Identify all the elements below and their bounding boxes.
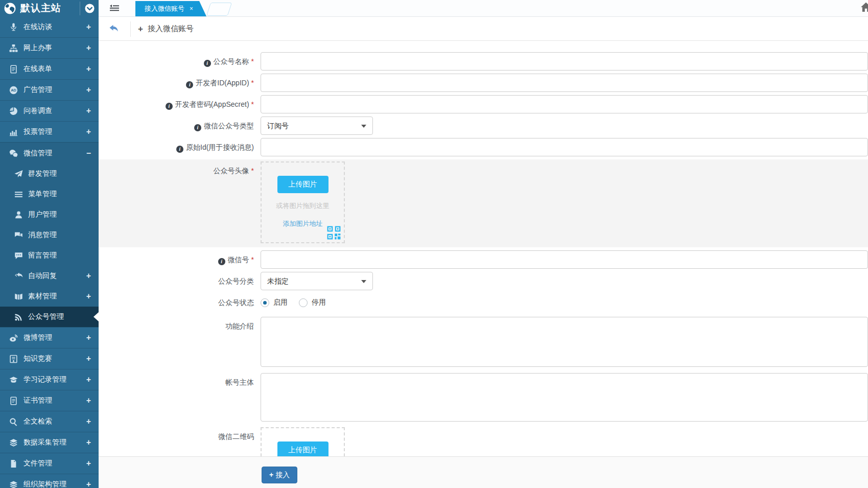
sidebar-item-knowledge-contest[interactable]: 知识竞赛 + — [0, 348, 99, 369]
sidebar-item-label: 在线访谈 — [24, 22, 52, 32]
close-icon[interactable]: × — [190, 5, 193, 12]
home-icon[interactable] — [860, 2, 868, 13]
expand-plus-icon: + — [86, 438, 91, 447]
status-radio-group: 启用 停用 — [261, 293, 337, 312]
app-id-input[interactable] — [261, 74, 868, 92]
sidebar-item-label: 网上办事 — [24, 43, 52, 53]
sidebar-item-file-management[interactable]: 文件管理 + — [0, 453, 99, 474]
certificate-file-icon — [9, 397, 18, 405]
expand-plus-icon: + — [86, 396, 91, 405]
menu-toggle-icon[interactable] — [110, 5, 119, 12]
sidebar-item-data-collection[interactable]: 数据采集管理 + — [0, 432, 99, 453]
account-type-select[interactable]: 订阅号 — [261, 117, 373, 135]
info-icon[interactable]: i — [194, 124, 201, 131]
add-image-url-link[interactable]: 添加图片地址 — [283, 219, 323, 228]
info-icon[interactable]: i — [204, 60, 211, 67]
sidebar-item-comment-management[interactable]: 留言管理 — [0, 245, 99, 266]
pie-chart-icon — [9, 107, 18, 115]
qr-code-icon — [327, 226, 341, 240]
sidebar-item-label: 问卷调查 — [24, 106, 52, 115]
form-file-icon — [9, 65, 18, 74]
form-row-app-id: i开发者ID(AppID)* — [99, 74, 868, 92]
sidebar-item-message-management[interactable]: 消息管理 — [0, 225, 99, 245]
upload-image-button[interactable]: 上传图片 — [277, 176, 329, 193]
sidebar-item-wechat-management[interactable]: 微信管理 − — [0, 143, 99, 164]
sidebar-header: 默认主站 — [0, 0, 99, 16]
expand-plus-icon: + — [86, 417, 91, 426]
connect-submit-button[interactable]: +接入 — [262, 467, 297, 483]
field-label: 功能介绍 — [99, 317, 261, 331]
expand-plus-icon: + — [86, 64, 91, 74]
tab-connect-wechat-account[interactable]: 接入微信账号 × — [135, 1, 206, 16]
sidebar-item-online-interview[interactable]: 在线访谈 + — [0, 16, 99, 37]
sidebar-item-label: 全文检索 — [24, 417, 52, 426]
info-icon[interactable]: i — [218, 258, 225, 265]
sidebar-item-label: 微信管理 — [24, 149, 52, 158]
info-icon[interactable]: i — [166, 103, 173, 110]
sidebar-item-label: 文件管理 — [24, 459, 52, 468]
sidebar-item-online-forms[interactable]: 在线表单 + — [0, 58, 99, 79]
sidebar-item-study-records[interactable]: 学习记录管理 + — [0, 369, 99, 390]
radio-enabled[interactable] — [261, 298, 269, 307]
sidebar-item-ad-management[interactable]: AD 广告管理 + — [0, 79, 99, 100]
radio-disabled[interactable] — [299, 298, 308, 307]
sidebar-item-mass-send[interactable]: 群发管理 — [0, 164, 99, 184]
layers-icon — [9, 438, 18, 447]
expand-plus-icon: + — [86, 354, 91, 363]
sidebar-item-certificate-management[interactable]: 证书管理 + — [0, 390, 99, 411]
field-label: 公众号头像* — [99, 161, 261, 176]
sidebar-nav: 在线访谈 + 网上办事 + 在线表单 + AD 广告管理 + 问卷调查 + — [0, 16, 99, 488]
sidebar-item-fulltext-search[interactable]: 全文检索 + — [0, 411, 99, 432]
connect-account-form: i公众号名称* i开发者ID(AppID)* i开发者密码(AppSecret)… — [99, 41, 868, 456]
field-label: i公众号名称* — [99, 52, 261, 71]
chevron-down-icon — [361, 125, 366, 128]
search-icon — [9, 417, 18, 426]
sidebar-item-official-account-management[interactable]: 公众号管理 — [0, 307, 99, 327]
list-icon — [14, 190, 23, 199]
comments-icon — [14, 231, 23, 240]
sidebar-item-survey[interactable]: 问卷调查 + — [0, 100, 99, 121]
original-id-input[interactable] — [261, 138, 868, 156]
sidebar-item-voting[interactable]: 投票管理 + — [0, 121, 99, 142]
sidebar-item-org-structure[interactable]: 组织架构管理 + — [0, 474, 99, 488]
avatar-upload-dropzone[interactable]: 上传图片 或将图片拖到这里 添加图片地址 — [261, 161, 345, 243]
field-label: 公众号状态 — [99, 293, 261, 312]
wechat-id-input[interactable] — [261, 250, 868, 269]
tab-ghost-stub — [206, 3, 232, 16]
category-select[interactable]: 未指定 — [261, 272, 373, 290]
form-row-account-type: i微信公众号类型 订阅号 — [99, 117, 868, 135]
field-label: i开发者ID(AppID)* — [99, 74, 261, 92]
field-label: 帐号主体 — [99, 373, 261, 387]
plus-icon: + — [138, 24, 143, 34]
intro-textarea[interactable] — [261, 317, 868, 367]
subject-textarea[interactable] — [261, 373, 868, 422]
sidebar-item-online-services[interactable]: 网上办事 + — [0, 37, 99, 58]
sidebar-item-menu-management[interactable]: 菜单管理 — [0, 184, 99, 204]
sidebar-item-user-management[interactable]: 用户管理 — [0, 204, 99, 225]
chevron-down-circle-icon[interactable] — [85, 4, 95, 13]
radio-label: 启用 — [273, 298, 288, 307]
sidebar-item-weibo-management[interactable]: 微博管理 + — [0, 327, 99, 348]
field-label: i原始Id(用于接收消息) — [99, 138, 261, 156]
form-row-wechat-id: i微信号* — [99, 250, 868, 269]
upload-image-button[interactable]: 上传图片 — [277, 441, 329, 456]
rss-icon — [14, 313, 23, 321]
form-row-intro: 功能介绍 — [99, 317, 868, 367]
sidebar-item-auto-reply[interactable]: 自动回复 + — [0, 266, 99, 286]
account-name-input[interactable] — [261, 52, 868, 71]
graduation-cap-icon — [9, 376, 18, 384]
sidebar-item-label: 广告管理 — [24, 85, 52, 95]
form-footer: +接入 — [99, 456, 868, 488]
weibo-icon — [9, 334, 18, 342]
info-icon[interactable]: i — [186, 81, 193, 88]
globe-logo-icon — [4, 3, 16, 14]
app-secret-input[interactable] — [261, 95, 868, 113]
sidebar-item-material-management[interactable]: 素材管理 + — [0, 286, 99, 307]
info-icon[interactable]: i — [176, 146, 183, 153]
undo-arrow-icon[interactable] — [109, 25, 119, 34]
tab-strip: 接入微信账号 × — [99, 0, 868, 17]
user-icon — [14, 211, 23, 219]
app-window: 默认主站 在线访谈 + 网上办事 + 在线表单 + — [0, 0, 868, 488]
expand-plus-icon: + — [86, 127, 91, 136]
qrcode-upload-dropzone[interactable]: 上传图片 — [261, 427, 345, 456]
